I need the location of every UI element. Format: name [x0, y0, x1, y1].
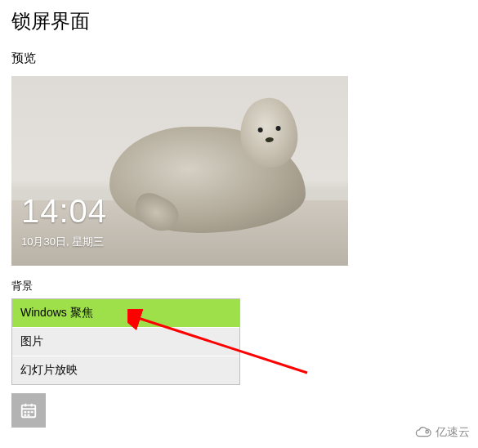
svg-rect-5: [28, 411, 30, 413]
svg-rect-4: [25, 411, 27, 413]
dropdown-option-label: 图片: [20, 334, 43, 347]
dropdown-option-windows-spotlight[interactable]: Windows 聚焦: [12, 299, 239, 327]
preview-label: 预览: [11, 51, 467, 66]
dropdown-option-label: Windows 聚焦: [20, 306, 93, 319]
background-label: 背景: [11, 279, 467, 293]
page-title: 锁屏界面: [11, 8, 467, 34]
dropdown-option-label: 幻灯片放映: [20, 363, 78, 376]
watermark: 亿速云: [414, 425, 470, 440]
watermark-text: 亿速云: [436, 425, 470, 440]
dropdown-option-slideshow[interactable]: 幻灯片放映: [12, 356, 239, 384]
background-dropdown[interactable]: Windows 聚焦 图片 幻灯片放映: [11, 298, 240, 385]
preview-date: 10月30日, 星期三: [21, 235, 104, 249]
calendar-icon: [20, 401, 38, 419]
status-app-tile[interactable]: [11, 393, 46, 428]
dropdown-option-picture[interactable]: 图片: [12, 327, 239, 356]
preview-time: 14:04: [21, 193, 107, 230]
svg-rect-8: [28, 414, 30, 416]
svg-rect-6: [31, 411, 34, 413]
lockscreen-preview[interactable]: 14:04 10月30日, 星期三: [11, 76, 348, 266]
cloud-icon: [414, 426, 432, 439]
svg-point-11: [426, 430, 428, 432]
svg-rect-7: [25, 414, 27, 416]
